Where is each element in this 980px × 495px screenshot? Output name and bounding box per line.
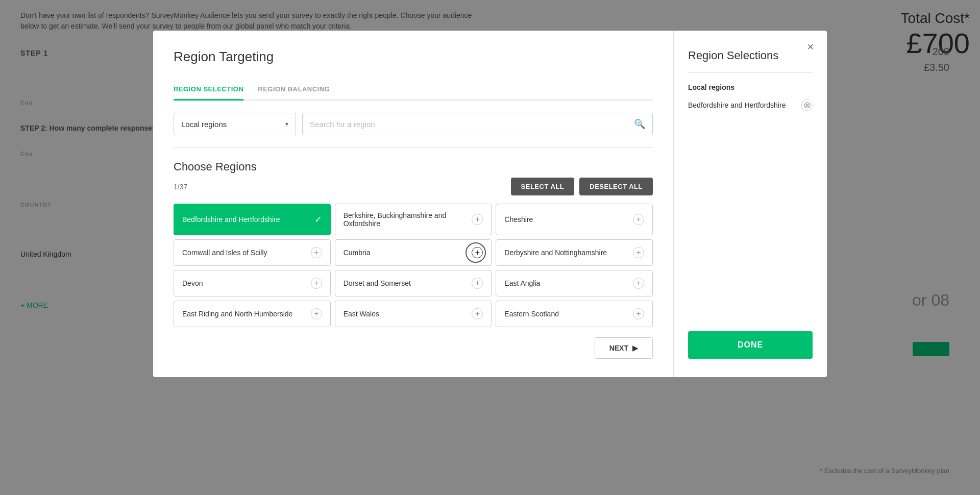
next-label: NEXT [609,344,628,352]
region-type-dropdown[interactable]: Local regions ▾ [174,113,296,135]
close-button[interactable]: × [803,40,818,54]
plus-icon: + [633,214,644,225]
region-name: Cumbria [344,249,371,257]
next-button[interactable]: NEXT ▶ [595,337,653,359]
region-cheshire[interactable]: Cheshire + [496,204,653,235]
plus-icon: + [472,247,483,258]
plus-icon: + [311,308,322,319]
deselect-all-button[interactable]: DESELECT ALL [579,178,653,195]
tabs-container: REGION SELECTION REGION BALANCING [174,79,653,101]
modal-right-panel: Region Selections Local regions Bedfords… [674,31,827,377]
selected-region-name: Bedfordshire and Hertfordshire [688,101,786,109]
search-placeholder: Search for a region [310,120,375,129]
done-button[interactable]: DONE [688,331,813,359]
region-name: East Anglia [504,279,540,287]
region-cornwall[interactable]: Cornwall and Isles of Scilly + [174,239,331,266]
check-icon: ✓ [314,214,322,225]
region-east-anglia[interactable]: East Anglia + [496,270,653,296]
select-all-button[interactable]: SELECT ALL [511,178,575,195]
controls-row: Local regions ▾ Search for a region 🔍 [174,113,653,135]
region-dorset[interactable]: Dorset and Somerset + [335,270,492,296]
region-eastern-scotland[interactable]: Eastern Scotland + [496,301,653,327]
plus-icon: + [633,247,644,258]
selected-region-chip: Bedfordshire and Hertfordshire ⊗ [688,97,813,113]
region-bedfordshire[interactable]: Bedfordshire and Hertfordshire ✓ [174,204,331,235]
plus-icon: + [472,308,483,319]
chevron-down-icon: ▾ [285,120,288,128]
plus-icon: + [633,308,644,319]
remove-region-button[interactable]: ⊗ [801,100,813,111]
next-arrow-icon: ▶ [632,344,638,352]
region-east-wales[interactable]: East Wales + [335,301,492,327]
tab-region-selection[interactable]: REGION SELECTION [174,79,243,101]
plus-icon: + [633,278,644,289]
region-derbyshire[interactable]: Derbyshire and Nottinghamshire + [496,239,653,266]
region-name: Derbyshire and Nottinghamshire [504,249,607,257]
region-name: Cornwall and Isles of Scilly [182,249,267,257]
modal-title: Region Targeting [174,49,653,65]
search-box[interactable]: Search for a region 🔍 [302,113,653,135]
region-east-riding[interactable]: East Riding and North Humberside + [174,301,331,327]
regions-header: 1/37 SELECT ALL DESELECT ALL [174,178,653,195]
region-berkshire[interactable]: Berkshire, Buckinghamshire and Oxfordshi… [335,204,492,235]
local-regions-label: Local regions [688,83,813,91]
regions-count: 1/37 [174,183,187,191]
modal-footer: NEXT ▶ [174,337,653,359]
region-name: Devon [182,279,203,287]
region-devon[interactable]: Devon + [174,270,331,296]
region-cumbria[interactable]: Cumbria + [335,239,492,266]
divider [174,147,653,148]
plus-icon: + [311,247,322,258]
plus-icon: + [472,278,483,289]
region-name: Cheshire [504,215,533,224]
modal-left-panel: Region Targeting REGION SELECTION REGION… [153,31,674,377]
right-panel-title: Region Selections [688,49,813,73]
modal: × Region Targeting REGION SELECTION REGI… [153,31,827,377]
tab-region-balancing[interactable]: REGION BALANCING [258,79,330,101]
region-name: East Riding and North Humberside [182,310,292,318]
modal-overlay: × Region Targeting REGION SELECTION REGI… [0,0,980,495]
choose-regions-section: Choose Regions 1/37 SELECT ALL DESELECT … [174,160,653,327]
regions-grid: Bedfordshire and Hertfordshire ✓ Berkshi… [174,204,653,327]
plus-icon: + [472,214,483,225]
region-name: Bedfordshire and Hertfordshire [182,215,280,224]
dropdown-value: Local regions [181,120,227,129]
region-name: Dorset and Somerset [344,279,411,287]
choose-regions-title: Choose Regions [174,160,653,174]
search-icon: 🔍 [634,118,645,130]
region-name: Eastern Scotland [504,310,559,318]
plus-icon: + [311,278,322,289]
header-buttons: SELECT ALL DESELECT ALL [511,178,653,195]
region-name: East Wales [344,310,379,318]
region-name: Berkshire, Buckinghamshire and Oxfordshi… [344,211,472,228]
